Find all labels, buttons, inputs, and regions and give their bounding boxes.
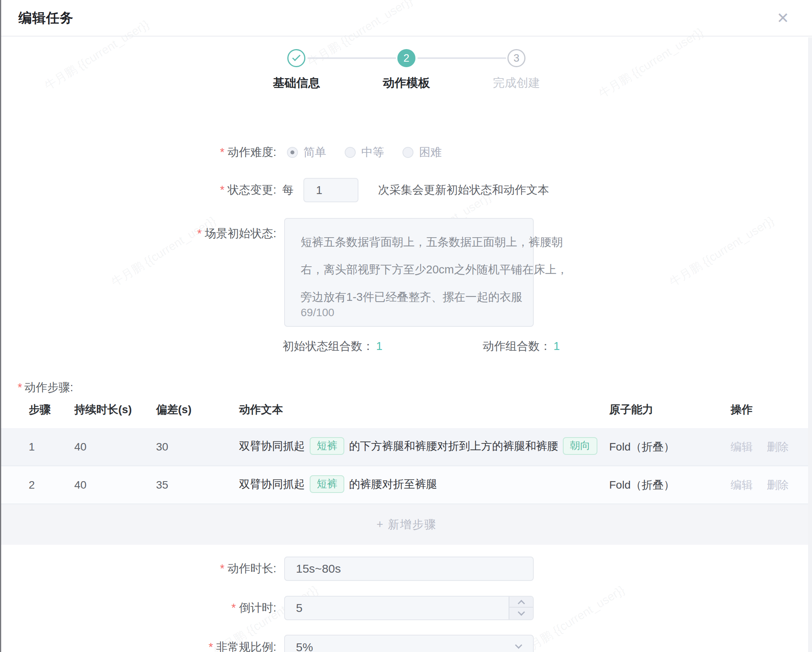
step-done-circle (287, 49, 305, 67)
col-duration: 持续时长(s) (74, 402, 156, 417)
countdown-number-input (284, 596, 534, 620)
edit-link[interactable]: 编辑 (731, 478, 753, 493)
radio-hard[interactable]: 困难 (402, 145, 442, 160)
action-steps-table: 步骤 持续时长(s) 偏差(s) 动作文本 原子能力 操作 1 40 30 双臂… (1, 402, 812, 545)
edit-link[interactable]: 编辑 (731, 440, 753, 454)
dialog-header: 编辑任务 ✕ (1, 0, 812, 37)
chevron-down-icon (515, 641, 522, 648)
cell-duration: 40 (74, 479, 156, 491)
radio-circle (402, 147, 413, 158)
close-icon[interactable]: ✕ (773, 8, 793, 28)
chevron-up-icon (518, 600, 525, 607)
ratio-select[interactable]: 5% (284, 635, 534, 652)
combo-counts-row: 初始状态组合数：1 动作组合数：1 (1, 339, 812, 354)
add-step-row: + 新增步骤 (1, 504, 812, 545)
required-asterisk: * (209, 641, 213, 652)
step-number: 2 (403, 52, 409, 64)
step-action-template: 2 动作模板 (355, 49, 457, 91)
radio-circle (345, 147, 356, 158)
radio-simple[interactable]: 简单 (287, 145, 326, 160)
step-pending-circle: 3 (507, 49, 525, 67)
dialog-title: 编辑任务 (18, 9, 73, 27)
step-active-circle: 2 (397, 49, 415, 67)
spinner-down-button[interactable] (509, 608, 533, 619)
col-step: 步骤 (29, 402, 74, 417)
col-deviation: 偏差(s) (156, 402, 239, 417)
delete-link[interactable]: 删除 (767, 478, 789, 493)
radio-circle-selected (287, 147, 298, 158)
table-row: 2 40 35 双臂协同抓起短裤的裤腰对折至裤腿 Fold（折叠） 编辑 删除 (1, 465, 812, 504)
step-basic-info: 基础信息 (245, 49, 347, 91)
col-action-text: 动作文本 (239, 402, 609, 417)
radio-label: 中等 (361, 145, 384, 160)
spinner-up-button[interactable] (509, 597, 533, 608)
required-asterisk: * (220, 183, 224, 196)
cell-action-text: 双臂协同抓起短裤的下方裤腿和裤腰对折到上方的裤腿和裤腰朝向 (239, 438, 609, 456)
object-tag: 短裤 (310, 437, 344, 455)
number-spinner (509, 597, 533, 619)
col-operations: 操作 (731, 402, 812, 417)
duration-row: *动作时长: (1, 557, 812, 581)
char-counter: 69/100 (301, 306, 334, 319)
cell-action-text: 双臂协同抓起短裤的裤腰对折至裤腿 (239, 476, 609, 494)
cell-operations: 编辑 删除 (731, 440, 812, 454)
state-change-suffix: 次采集会更新初始状态和动作文本 (378, 182, 549, 198)
cell-step: 1 (29, 441, 74, 453)
countdown-input[interactable] (284, 596, 534, 620)
radio-dot (290, 150, 294, 154)
cell-step: 2 (29, 479, 74, 491)
state-change-prefix: 每 (282, 182, 294, 198)
stepper: 基础信息 2 动作模板 3 完成创建 (1, 49, 812, 103)
required-asterisk: * (220, 562, 224, 575)
ratio-label: *非常规比例: (1, 639, 276, 652)
check-icon (292, 53, 300, 61)
radio-medium[interactable]: 中等 (345, 145, 384, 160)
scrollbar-track[interactable] (808, 37, 812, 652)
ratio-row: *非常规比例: 5% (1, 635, 812, 652)
textarea-line: 右，离头部视野下方至少20cm之外随机平铺在床上， (301, 256, 524, 283)
action-combos: 动作组合数：1 (483, 339, 560, 354)
col-ability: 原子能力 (609, 402, 731, 417)
initial-combos-value: 1 (376, 340, 382, 352)
step-label: 基础信息 (245, 75, 347, 91)
difficulty-row: *动作难度: 简单 中等 困难 (1, 145, 812, 160)
cell-ability: Fold（折叠） (609, 440, 731, 454)
object-tag: 短裤 (310, 475, 344, 493)
action-combos-value: 1 (553, 340, 560, 352)
step-label: 完成创建 (465, 75, 568, 91)
required-asterisk: * (18, 381, 22, 394)
countdown-label: *倒计时: (1, 600, 276, 616)
add-step-button[interactable]: + 新增步骤 (377, 517, 437, 533)
action-steps-label: *动作步骤: (18, 380, 73, 396)
required-asterisk: * (197, 227, 202, 240)
state-change-row: *状态变更: 每 次采集会更新初始状态和动作文本 (1, 178, 812, 202)
action-steps-label-row: *动作步骤: (1, 380, 812, 396)
step-finish-create: 3 完成创建 (465, 49, 568, 91)
edit-task-dialog: 牛月鹏 {{current_user}} 牛月鹏 {{current_user}… (0, 0, 812, 652)
cell-ability: Fold（折叠） (609, 478, 731, 493)
table-row: 1 40 30 双臂协同抓起短裤的下方裤腿和裤腰对折到上方的裤腿和裤腰朝向 Fo… (1, 428, 812, 465)
radio-label: 困难 (419, 145, 442, 160)
delete-link[interactable]: 删除 (767, 440, 789, 454)
initial-state-textarea[interactable]: 短裤五条数据背面朝上，五条数据正面朝上，裤腰朝 右，离头部视野下方至少20cm之… (284, 218, 534, 327)
textarea-line: 短裤五条数据背面朝上，五条数据正面朝上，裤腰朝 (301, 228, 524, 256)
difficulty-label: *动作难度: (1, 145, 276, 160)
initial-state-row: *场景初始状态: 短裤五条数据背面朝上，五条数据正面朝上，裤腰朝 右，离头部视野… (1, 218, 812, 327)
orientation-tag: 朝向 (563, 437, 597, 455)
cell-deviation: 35 (156, 479, 239, 491)
countdown-row: *倒计时: (1, 596, 812, 620)
state-change-label: *状态变更: (1, 182, 276, 198)
required-asterisk: * (231, 601, 236, 614)
cell-duration: 40 (74, 441, 156, 453)
cell-operations: 编辑 删除 (731, 478, 812, 493)
table-body: 1 40 30 双臂协同抓起短裤的下方裤腿和裤腰对折到上方的裤腿和裤腰朝向 Fo… (1, 428, 812, 545)
required-asterisk: * (220, 146, 224, 158)
initial-state-label: *场景初始状态: (1, 218, 276, 242)
chevron-down-icon (518, 608, 525, 615)
step-label: 动作模板 (355, 75, 457, 91)
duration-label: *动作时长: (1, 561, 276, 577)
radio-label: 简单 (303, 145, 326, 160)
cell-deviation: 30 (156, 441, 239, 453)
duration-input[interactable] (284, 557, 534, 581)
state-change-input[interactable] (303, 178, 358, 202)
